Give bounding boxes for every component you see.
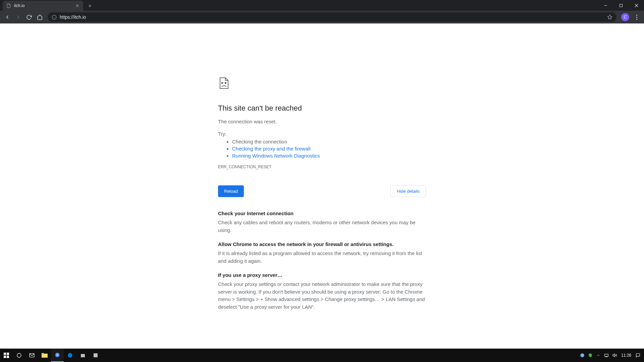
taskbar-edge-icon[interactable] xyxy=(64,349,76,362)
taskbar-cortana-icon[interactable] xyxy=(13,349,25,362)
taskbar-clock[interactable]: 11:26 xyxy=(621,353,631,358)
site-info-icon[interactable] xyxy=(51,14,57,20)
tray-chevron-up-icon[interactable] xyxy=(594,353,602,357)
suggestion-list: Checking the connection Checking the pro… xyxy=(218,139,426,159)
tab-title: itch.io xyxy=(14,3,74,8)
detail-2-title: Allow Chrome to access the network in yo… xyxy=(218,241,426,247)
address-bar[interactable]: https://itch.io xyxy=(48,12,616,22)
tab-close-icon[interactable]: ✕ xyxy=(74,3,80,8)
bookmark-star-icon[interactable] xyxy=(606,14,613,20)
suggestion-proxy-link[interactable]: Checking the proxy and the firewall xyxy=(232,146,310,152)
error-title-text: This site can't be reached xyxy=(218,104,302,112)
tray-notifications-icon[interactable] xyxy=(634,353,642,358)
detail-3-body: Check your proxy settings or contact you… xyxy=(218,281,426,311)
svg-rect-12 xyxy=(4,356,6,358)
tab-strip: itch.io ✕ + xyxy=(0,0,644,11)
error-button-row: Reload Hide details xyxy=(218,185,426,197)
tray-volume-icon[interactable] xyxy=(610,353,619,358)
windows-taskbar: 11:26 xyxy=(0,349,644,362)
svg-point-20 xyxy=(68,353,72,357)
tray-network-icon[interactable] xyxy=(602,353,610,358)
window-controls xyxy=(598,0,644,11)
nav-reload-button[interactable] xyxy=(24,12,34,22)
error-subtitle: The connection was reset. xyxy=(218,119,426,124)
new-tab-button[interactable]: + xyxy=(85,1,95,11)
suggestion-check-connection: Checking the connection xyxy=(232,139,426,144)
try-label: Try: xyxy=(218,131,426,137)
svg-marker-26 xyxy=(613,354,614,357)
taskbar-mail-icon[interactable] xyxy=(25,349,38,362)
taskbar-chrome-icon[interactable] xyxy=(51,349,64,362)
window-minimize-button[interactable] xyxy=(598,0,613,11)
taskbar-file-explorer-icon[interactable] xyxy=(38,349,51,362)
detail-2-body: If it is already listed as a program all… xyxy=(218,250,426,265)
detail-3-title: If you use a proxy server… xyxy=(218,272,426,278)
hide-details-button[interactable]: Hide details xyxy=(390,185,426,197)
start-button[interactable] xyxy=(0,349,13,362)
svg-rect-22 xyxy=(94,353,98,357)
svg-rect-8 xyxy=(222,82,223,83)
error-details: Check your Internet connection Check any… xyxy=(218,210,426,311)
svg-rect-9 xyxy=(225,82,226,83)
svg-rect-10 xyxy=(4,353,6,355)
error-page: This site can't be reached The connectio… xyxy=(218,77,426,311)
taskbar-app-2-icon[interactable] xyxy=(89,349,102,362)
svg-rect-24 xyxy=(605,354,608,357)
profile-avatar[interactable]: C xyxy=(621,13,629,21)
detail-1-title: Check your Internet connection xyxy=(218,210,426,216)
page-viewport: This site can't be reached The connectio… xyxy=(0,23,644,349)
nav-back-button[interactable] xyxy=(3,12,12,22)
address-bar-url: https://itch.io xyxy=(60,14,606,20)
nav-home-button[interactable] xyxy=(35,12,44,22)
svg-rect-21 xyxy=(81,354,85,357)
tray-steam-icon[interactable] xyxy=(578,353,586,358)
taskbar-app-1-icon[interactable] xyxy=(76,349,89,362)
taskbar-left xyxy=(0,349,102,362)
window-maximize-button[interactable] xyxy=(613,0,629,11)
browser-toolbar: https://itch.io C xyxy=(0,11,644,23)
window-close-button[interactable] xyxy=(629,0,644,11)
nav-forward-button[interactable] xyxy=(13,12,23,22)
svg-rect-11 xyxy=(7,353,9,355)
svg-point-23 xyxy=(580,353,584,357)
sad-page-icon xyxy=(218,77,426,90)
svg-rect-1 xyxy=(620,4,622,7)
svg-marker-7 xyxy=(607,15,612,19)
svg-rect-16 xyxy=(42,353,44,354)
tray-security-icon[interactable] xyxy=(586,353,594,358)
reload-button[interactable]: Reload xyxy=(218,185,244,197)
error-code: ERR_CONNECTION_RESET xyxy=(218,165,426,169)
system-tray: 11:26 xyxy=(578,349,644,362)
browser-menu-button[interactable] xyxy=(632,12,641,22)
suggestion-diagnostics-link[interactable]: Running Windows Network Diagnostics xyxy=(232,153,320,159)
avatar-initial: C xyxy=(624,15,627,19)
detail-1-body: Check any cables and reboot any routers,… xyxy=(218,219,426,234)
svg-point-14 xyxy=(17,353,21,357)
svg-rect-13 xyxy=(7,356,9,358)
browser-tab[interactable]: itch.io ✕ xyxy=(3,1,83,11)
tab-favicon xyxy=(6,3,11,8)
svg-point-19 xyxy=(57,354,58,356)
error-title: This site can't be reached xyxy=(218,104,426,113)
